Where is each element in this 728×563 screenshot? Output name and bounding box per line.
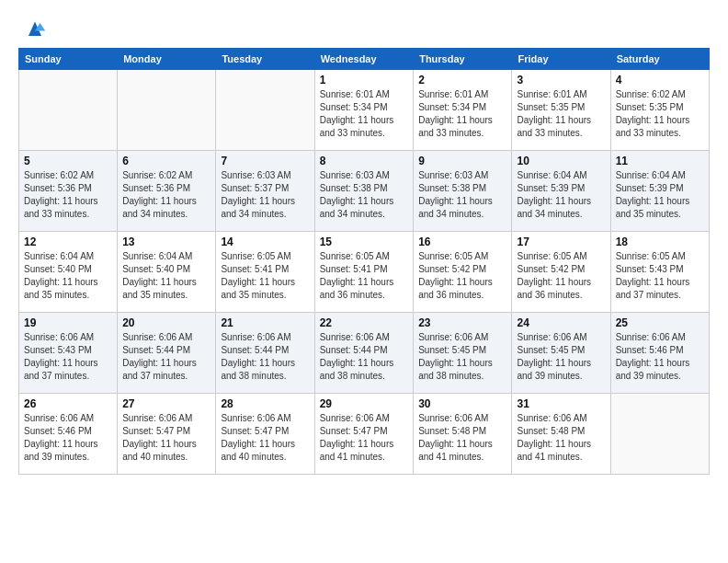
calendar-day-cell: 27Sunrise: 6:06 AMSunset: 5:47 PMDayligh… xyxy=(118,394,216,475)
day-number: 16 xyxy=(418,236,506,248)
calendar-day-cell: 15Sunrise: 6:05 AMSunset: 5:41 PMDayligh… xyxy=(314,232,414,313)
day-info: Sunrise: 6:06 AMSunset: 5:47 PMDaylight:… xyxy=(122,412,210,464)
day-info: Sunrise: 6:06 AMSunset: 5:48 PMDaylight:… xyxy=(517,412,605,464)
calendar-day-cell: 17Sunrise: 6:05 AMSunset: 5:42 PMDayligh… xyxy=(512,232,610,313)
calendar-week-row: 5Sunrise: 6:02 AMSunset: 5:36 PMDaylight… xyxy=(19,151,710,232)
day-info: Sunrise: 6:06 AMSunset: 5:48 PMDaylight:… xyxy=(418,412,506,464)
calendar-day-cell: 16Sunrise: 6:05 AMSunset: 5:42 PMDayligh… xyxy=(414,232,512,313)
day-number: 3 xyxy=(517,74,605,86)
day-number: 30 xyxy=(418,397,506,410)
day-number: 6 xyxy=(122,155,210,167)
day-info: Sunrise: 6:05 AMSunset: 5:43 PMDaylight:… xyxy=(616,250,704,302)
calendar-day-cell: 31Sunrise: 6:06 AMSunset: 5:48 PMDayligh… xyxy=(512,394,610,475)
calendar-day-cell: 6Sunrise: 6:02 AMSunset: 5:36 PMDaylight… xyxy=(118,151,216,232)
calendar-day-cell: 2Sunrise: 6:01 AMSunset: 5:34 PMDaylight… xyxy=(414,70,512,151)
day-number: 31 xyxy=(517,397,605,410)
day-number: 24 xyxy=(517,316,605,329)
day-number: 7 xyxy=(221,155,309,167)
calendar-day-cell: 8Sunrise: 6:03 AMSunset: 5:38 PMDaylight… xyxy=(314,151,414,232)
day-info: Sunrise: 6:04 AMSunset: 5:40 PMDaylight:… xyxy=(122,250,210,302)
calendar-week-row: 12Sunrise: 6:04 AMSunset: 5:40 PMDayligh… xyxy=(19,232,710,313)
day-info: Sunrise: 6:06 AMSunset: 5:46 PMDaylight:… xyxy=(24,412,112,464)
calendar-day-cell xyxy=(118,70,216,151)
day-number: 27 xyxy=(122,397,210,410)
page-container: SundayMondayTuesdayWednesdayThursdayFrid… xyxy=(0,0,728,484)
logo xyxy=(18,17,48,42)
day-info: Sunrise: 6:06 AMSunset: 5:45 PMDaylight:… xyxy=(517,331,605,383)
calendar-day-cell: 5Sunrise: 6:02 AMSunset: 5:36 PMDaylight… xyxy=(19,151,118,232)
calendar-day-cell xyxy=(216,70,314,151)
calendar-week-row: 26Sunrise: 6:06 AMSunset: 5:46 PMDayligh… xyxy=(19,394,710,475)
day-info: Sunrise: 6:05 AMSunset: 5:42 PMDaylight:… xyxy=(418,250,506,302)
day-info: Sunrise: 6:03 AMSunset: 5:38 PMDaylight:… xyxy=(320,169,409,221)
calendar-day-cell: 24Sunrise: 6:06 AMSunset: 5:45 PMDayligh… xyxy=(512,313,610,394)
day-info: Sunrise: 6:06 AMSunset: 5:44 PMDaylight:… xyxy=(221,331,309,383)
calendar-day-cell: 18Sunrise: 6:05 AMSunset: 5:43 PMDayligh… xyxy=(610,232,709,313)
day-number: 12 xyxy=(24,236,112,248)
weekday-header-row: SundayMondayTuesdayWednesdayThursdayFrid… xyxy=(19,49,710,70)
day-number: 11 xyxy=(616,155,704,167)
day-info: Sunrise: 6:03 AMSunset: 5:37 PMDaylight:… xyxy=(221,169,309,221)
day-number: 13 xyxy=(122,236,210,248)
calendar-day-cell: 4Sunrise: 6:02 AMSunset: 5:35 PMDaylight… xyxy=(610,70,709,151)
calendar-day-cell: 11Sunrise: 6:04 AMSunset: 5:39 PMDayligh… xyxy=(610,151,709,232)
day-info: Sunrise: 6:01 AMSunset: 5:34 PMDaylight:… xyxy=(320,88,409,140)
calendar-day-cell: 12Sunrise: 6:04 AMSunset: 5:40 PMDayligh… xyxy=(19,232,118,313)
day-number: 10 xyxy=(517,155,605,167)
calendar-day-cell: 10Sunrise: 6:04 AMSunset: 5:39 PMDayligh… xyxy=(512,151,610,232)
calendar-day-cell: 9Sunrise: 6:03 AMSunset: 5:38 PMDaylight… xyxy=(414,151,512,232)
day-info: Sunrise: 6:01 AMSunset: 5:35 PMDaylight:… xyxy=(517,88,605,140)
day-info: Sunrise: 6:04 AMSunset: 5:39 PMDaylight:… xyxy=(616,169,704,221)
day-number: 26 xyxy=(24,397,112,410)
calendar-day-cell: 26Sunrise: 6:06 AMSunset: 5:46 PMDayligh… xyxy=(19,394,118,475)
day-number: 5 xyxy=(24,155,112,167)
calendar-table: SundayMondayTuesdayWednesdayThursdayFrid… xyxy=(18,48,710,475)
day-info: Sunrise: 6:05 AMSunset: 5:41 PMDaylight:… xyxy=(320,250,409,302)
day-info: Sunrise: 6:01 AMSunset: 5:34 PMDaylight:… xyxy=(418,88,506,140)
day-info: Sunrise: 6:06 AMSunset: 5:47 PMDaylight:… xyxy=(320,412,409,464)
day-number: 28 xyxy=(221,397,309,410)
calendar-week-row: 1Sunrise: 6:01 AMSunset: 5:34 PMDaylight… xyxy=(19,70,710,151)
day-info: Sunrise: 6:02 AMSunset: 5:36 PMDaylight:… xyxy=(122,169,210,221)
day-info: Sunrise: 6:02 AMSunset: 5:36 PMDaylight:… xyxy=(24,169,112,221)
calendar-day-cell: 19Sunrise: 6:06 AMSunset: 5:43 PMDayligh… xyxy=(19,313,118,394)
calendar-day-cell: 25Sunrise: 6:06 AMSunset: 5:46 PMDayligh… xyxy=(610,313,709,394)
day-number: 15 xyxy=(320,236,409,248)
weekday-header-tuesday: Tuesday xyxy=(216,49,314,70)
weekday-header-friday: Friday xyxy=(512,49,610,70)
day-number: 17 xyxy=(517,236,605,248)
calendar-day-cell: 13Sunrise: 6:04 AMSunset: 5:40 PMDayligh… xyxy=(118,232,216,313)
day-info: Sunrise: 6:02 AMSunset: 5:35 PMDaylight:… xyxy=(616,88,704,140)
calendar-day-cell xyxy=(610,394,709,475)
day-number: 1 xyxy=(320,74,409,86)
calendar-day-cell: 14Sunrise: 6:05 AMSunset: 5:41 PMDayligh… xyxy=(216,232,314,313)
day-number: 2 xyxy=(418,74,506,86)
weekday-header-thursday: Thursday xyxy=(414,49,512,70)
calendar-day-cell: 29Sunrise: 6:06 AMSunset: 5:47 PMDayligh… xyxy=(314,394,414,475)
day-number: 18 xyxy=(616,236,704,248)
day-number: 8 xyxy=(320,155,409,167)
day-number: 14 xyxy=(221,236,309,248)
day-info: Sunrise: 6:04 AMSunset: 5:39 PMDaylight:… xyxy=(517,169,605,221)
logo-icon xyxy=(22,17,48,42)
header xyxy=(18,17,710,42)
day-info: Sunrise: 6:05 AMSunset: 5:41 PMDaylight:… xyxy=(221,250,309,302)
day-info: Sunrise: 6:03 AMSunset: 5:38 PMDaylight:… xyxy=(418,169,506,221)
day-info: Sunrise: 6:04 AMSunset: 5:40 PMDaylight:… xyxy=(24,250,112,302)
day-info: Sunrise: 6:05 AMSunset: 5:42 PMDaylight:… xyxy=(517,250,605,302)
day-number: 21 xyxy=(221,316,309,329)
calendar-day-cell: 23Sunrise: 6:06 AMSunset: 5:45 PMDayligh… xyxy=(414,313,512,394)
day-number: 22 xyxy=(320,316,409,329)
calendar-week-row: 19Sunrise: 6:06 AMSunset: 5:43 PMDayligh… xyxy=(19,313,710,394)
day-number: 19 xyxy=(24,316,112,329)
calendar-day-cell: 28Sunrise: 6:06 AMSunset: 5:47 PMDayligh… xyxy=(216,394,314,475)
day-info: Sunrise: 6:06 AMSunset: 5:46 PMDaylight:… xyxy=(616,331,704,383)
day-number: 4 xyxy=(616,74,704,86)
calendar-day-cell: 7Sunrise: 6:03 AMSunset: 5:37 PMDaylight… xyxy=(216,151,314,232)
weekday-header-saturday: Saturday xyxy=(610,49,709,70)
day-number: 23 xyxy=(418,316,506,329)
day-number: 20 xyxy=(122,316,210,329)
day-number: 9 xyxy=(418,155,506,167)
weekday-header-wednesday: Wednesday xyxy=(314,49,414,70)
calendar-day-cell: 20Sunrise: 6:06 AMSunset: 5:44 PMDayligh… xyxy=(118,313,216,394)
